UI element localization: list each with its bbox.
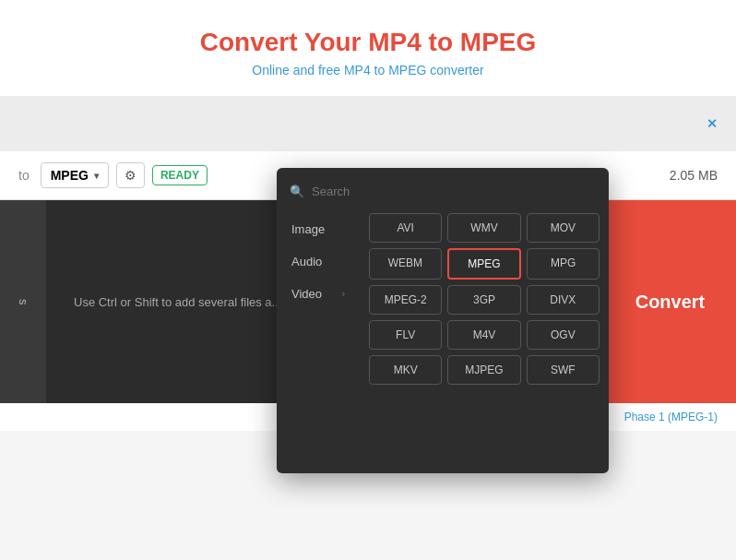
category-image-label: Image (291, 222, 325, 236)
close-ad-button[interactable]: ✕ (706, 116, 718, 131)
format-row: MPEG-23GPDIVX (369, 285, 599, 315)
format-btn-mkv[interactable]: MKV (369, 355, 442, 385)
format-btn-wmv[interactable]: WMV (447, 213, 520, 243)
status-text: Phase 1 (MPEG-1) (624, 411, 718, 423)
format-grid-area: AVIWMVMOVWEBMMPEGMPGMPEG-23GPDIVXFLVM4VO… (360, 206, 609, 464)
file-list-label: s (17, 299, 30, 305)
search-input[interactable] (312, 185, 596, 198)
chevron-right-icon: › (342, 289, 345, 299)
file-list-area: s (0, 200, 46, 403)
format-row: FLVM4VOGV (369, 320, 599, 350)
ready-badge: READY (152, 165, 208, 185)
format-dropdown[interactable]: MPEG ▾ (41, 162, 109, 188)
format-row: WEBMMPEGMPG (369, 248, 599, 280)
format-btn-swf[interactable]: SWF (527, 355, 599, 385)
chevron-down-icon: ▾ (94, 171, 99, 181)
category-audio[interactable]: Audio (277, 245, 360, 278)
to-label: to (18, 168, 30, 183)
format-btn-webm[interactable]: WEBM (369, 248, 442, 280)
category-video[interactable]: Video › (277, 278, 360, 310)
format-popup: 🔍 Image Audio Video › AVIWMVMOVWEBMMPEGM… (277, 168, 609, 473)
format-btn-mjpeg[interactable]: MJPEG (447, 355, 520, 385)
ad-area: ✕ (0, 96, 736, 151)
file-size: 2.05 MB (670, 168, 718, 183)
search-icon: 🔍 (290, 185, 304, 198)
format-btn-mpeg-2[interactable]: MPEG-2 (369, 285, 442, 315)
format-btn-3gp[interactable]: 3GP (447, 285, 520, 315)
selected-format-label: MPEG (51, 168, 89, 183)
format-btn-avi[interactable]: AVI (369, 213, 442, 243)
format-btn-divx[interactable]: DIVX (527, 285, 599, 315)
format-btn-m4v[interactable]: M4V (447, 320, 520, 350)
format-btn-ogv[interactable]: OGV (527, 320, 599, 350)
format-btn-flv[interactable]: FLV (369, 320, 442, 350)
convert-button[interactable]: Convert (604, 200, 736, 403)
format-btn-mpeg[interactable]: MPEG (447, 248, 522, 280)
category-image[interactable]: Image (277, 213, 360, 245)
category-video-label: Video (291, 287, 322, 301)
main-title: Convert Your MP4 to MPEG (18, 28, 718, 57)
category-list: Image Audio Video › (277, 206, 360, 464)
settings-button[interactable]: ⚙ (116, 162, 145, 188)
category-audio-label: Audio (291, 255, 322, 268)
search-row: 🔍 (277, 177, 609, 206)
format-btn-mov[interactable]: MOV (527, 213, 599, 243)
sub-title: Online and free MP4 to MPEG converter (18, 63, 718, 77)
format-row: MKVMJPEGSWF (369, 355, 599, 385)
format-row: AVIWMVMOV (369, 213, 599, 243)
popup-body: Image Audio Video › AVIWMVMOVWEBMMPEGMPG… (277, 206, 609, 464)
format-btn-mpg[interactable]: MPG (527, 248, 599, 280)
header: Convert Your MP4 to MPEG Online and free… (0, 0, 736, 96)
